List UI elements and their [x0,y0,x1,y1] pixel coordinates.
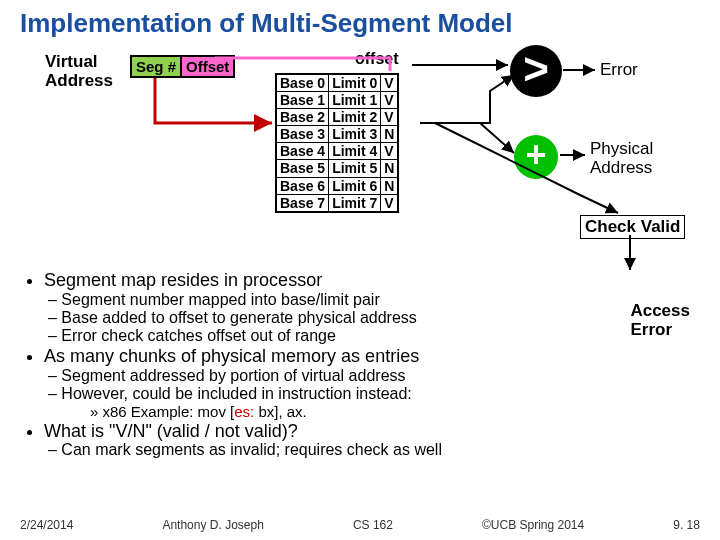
segment-row-7: Base 7Limit 7V [276,194,398,212]
segment-row-3: Base 3Limit 3N [276,126,398,143]
sub-3: – Error check catches offset out of rang… [48,327,700,345]
segment-row-4: Base 4Limit 4V [276,143,398,160]
bullet-1: Segment map resides in processor [44,270,700,291]
footer: 2/24/2014 Anthony D. Joseph CS 162 ©UCB … [20,518,700,532]
segment-row-0: Base 0Limit 0V [276,74,398,92]
sub-7: – Can mark segments as invalid; requires… [48,441,700,459]
sub-5: – However, could be included in instruct… [48,385,700,403]
segment-row-5: Base 5Limit 5N [276,160,398,177]
check-valid-label: Check Valid [580,215,685,239]
segment-table: Base 0Limit 0VBase 1Limit 1VBase 2Limit … [275,73,399,213]
physical-address-label: PhysicalAddress [590,140,653,177]
footer-date: 2/24/2014 [20,518,73,532]
sub-6: » x86 Example: mov [es: bx], ax. [90,403,700,420]
sub-2: – Base added to offset to generate physi… [48,309,700,327]
access-error-label: AccessError [630,302,690,339]
footer-copy: ©UCB Spring 2014 [482,518,584,532]
bullet-3: What is "V/N" (valid / not valid)? [44,421,700,442]
comparator-op: > [510,45,562,97]
adder-op: + [514,135,558,179]
seg-field: Seg # [132,57,182,76]
segment-row-6: Base 6Limit 6N [276,177,398,194]
footer-page: 9. 18 [673,518,700,532]
footer-author: Anthony D. Joseph [162,518,263,532]
error-label: Error [600,60,638,80]
footer-course: CS 162 [353,518,393,532]
virtual-address-box: Seg # Offset [130,55,235,78]
bullet-2: As many chunks of physical memory as ent… [44,346,700,367]
offset-field: Offset [182,57,233,76]
segment-row-1: Base 1Limit 1V [276,92,398,109]
slide-title: Implementation of Multi-Segment Model [20,8,700,39]
segment-row-2: Base 2Limit 2V [276,109,398,126]
sub-4: – Segment addressed by portion of virtua… [48,367,700,385]
sub-1: – Segment number mapped into base/limit … [48,291,700,309]
bullet-list: Segment map resides in processor – Segme… [20,270,700,460]
diagram-area: VirtualAddress Seg # Offset offset Base … [20,45,700,270]
virtual-address-label: VirtualAddress [45,53,113,90]
offset-label: offset [355,50,399,68]
